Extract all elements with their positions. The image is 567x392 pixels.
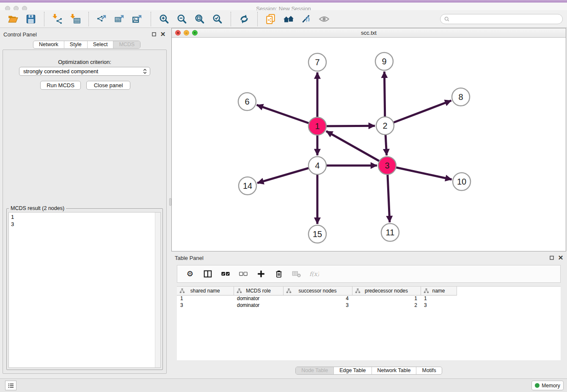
search-box[interactable]: [440, 14, 563, 24]
table-panel-header: Table Panel ✕: [175, 254, 564, 262]
column-header-shared-name[interactable]: shared name: [177, 287, 234, 295]
search-input[interactable]: [452, 16, 559, 22]
table-cell[interactable]: 1: [177, 295, 234, 302]
network-window: ✕ − + scc.txt 7968124314101511: [171, 28, 566, 251]
import-table-button[interactable]: [68, 12, 83, 26]
export-network-button[interactable]: [95, 12, 109, 26]
open-session-button[interactable]: [6, 12, 20, 26]
graph-edge-3-1[interactable]: [326, 131, 387, 166]
run-mcds-button[interactable]: Run MCDS: [40, 81, 81, 90]
export-image-button[interactable]: [130, 12, 145, 26]
graph-edge-2-8[interactable]: [385, 101, 451, 126]
save-session-button[interactable]: [24, 12, 38, 26]
delete-column-button[interactable]: [272, 267, 286, 281]
graph-node-10[interactable]: 10: [453, 173, 471, 190]
table-cell[interactable]: 3: [177, 302, 234, 309]
new-network-from-selection-button[interactable]: [264, 12, 278, 26]
graph-node-2[interactable]: 2: [376, 117, 394, 135]
graph-node-1[interactable]: 1: [308, 117, 326, 135]
visual-style-button[interactable]: [299, 12, 314, 26]
tab-mcds[interactable]: MCDS: [113, 41, 140, 48]
graph-node-11[interactable]: 11: [381, 224, 399, 241]
mcds-panel-body: Optimization criterion: strongly connect…: [3, 50, 167, 374]
column-header-predecessor-nodes[interactable]: predecessor nodes: [352, 287, 421, 295]
mcds-result-groupbox: MCDS result (2 nodes) 1 3: [6, 208, 163, 370]
table-cell[interactable]: 1: [352, 295, 421, 302]
network-canvas[interactable]: 7968124314101511: [172, 38, 566, 251]
zoom-in-icon: [159, 14, 170, 25]
table-cell[interactable]: 4: [283, 295, 352, 302]
delete-table-button: [290, 267, 303, 281]
mcds-result-title: MCDS result (2 nodes): [9, 205, 66, 211]
mcds-result-area[interactable]: 1 3: [8, 212, 161, 368]
import-network-button[interactable]: [50, 12, 65, 26]
close-panel-icon[interactable]: ✕: [160, 31, 166, 37]
first-neighbors-button[interactable]: [281, 12, 296, 26]
status-bar: Memory: [0, 378, 567, 392]
show-columns-button[interactable]: [201, 267, 215, 281]
float-panel-icon[interactable]: [151, 31, 157, 37]
graph-edge-1-6[interactable]: [257, 105, 317, 126]
search-icon: [444, 16, 450, 22]
first-neighbors-icon: [283, 14, 294, 25]
column-type-icon: [424, 288, 429, 293]
tab-style[interactable]: Style: [64, 41, 87, 48]
table-mode-button[interactable]: ⚙: [183, 267, 197, 281]
mcds-result-text: 1 3: [9, 213, 155, 367]
select-all-button[interactable]: [219, 267, 232, 281]
svg-text:2: 2: [383, 121, 387, 130]
zoom-out-button[interactable]: [175, 12, 189, 26]
table-cell[interactable]: dominator: [234, 302, 283, 309]
zoom-fit-button[interactable]: [193, 12, 207, 26]
column-type-icon: [286, 288, 292, 293]
float-table-panel-icon[interactable]: [549, 255, 555, 261]
add-column-button[interactable]: [254, 267, 268, 281]
graph-node-4[interactable]: 4: [308, 157, 326, 174]
column-header-successor-nodes[interactable]: successor nodes: [283, 287, 352, 295]
result-scrollbar[interactable]: [155, 213, 160, 367]
graph-edge-3-10[interactable]: [387, 166, 452, 179]
tab-edge-table[interactable]: Edge Table: [333, 367, 371, 374]
close-table-panel-icon[interactable]: ✕: [558, 255, 564, 261]
table-row[interactable]: 3dominator323: [177, 302, 457, 309]
table-cell[interactable]: 2: [352, 302, 421, 309]
close-panel-button[interactable]: Close panel: [86, 81, 130, 90]
graph-node-9[interactable]: 9: [375, 52, 393, 70]
tab-select[interactable]: Select: [87, 41, 113, 48]
column-type-icon: [237, 288, 242, 293]
column-header-MCDS-role[interactable]: MCDS role: [234, 287, 283, 295]
svg-text:f(x): f(x): [310, 271, 319, 277]
export-table-button[interactable]: [113, 12, 127, 26]
tab-network-table[interactable]: Network Table: [372, 367, 416, 374]
deselect-all-button[interactable]: [237, 267, 250, 281]
graph-node-8[interactable]: 8: [452, 88, 470, 106]
tab-node-table[interactable]: Node Table: [296, 367, 333, 374]
table-cell[interactable]: 3: [421, 302, 457, 309]
svg-text:4: 4: [315, 161, 319, 170]
network-window-title: scc.txt: [172, 30, 566, 36]
optimization-criterion-select[interactable]: strongly connected component: [19, 67, 150, 76]
toolbar-separator: [231, 12, 231, 26]
column-type-icon: [179, 288, 185, 293]
task-list-button[interactable]: [5, 381, 17, 390]
column-header-label: MCDS role: [246, 288, 271, 294]
graph-node-3[interactable]: 3: [378, 157, 396, 174]
apply-layout-button[interactable]: [237, 12, 251, 26]
tab-motifs[interactable]: Motifs: [416, 367, 441, 374]
column-header-name[interactable]: name: [421, 287, 457, 295]
zoom-in-button[interactable]: [157, 12, 171, 26]
table-cell[interactable]: 1: [421, 295, 457, 302]
export-image-icon: [132, 14, 143, 25]
zoom-selected-button[interactable]: [210, 12, 225, 26]
graph-node-6[interactable]: 6: [238, 93, 256, 110]
graph-node-15[interactable]: 15: [308, 225, 326, 243]
table-cell[interactable]: 3: [283, 302, 352, 309]
import-network-icon: [52, 14, 63, 25]
memory-button[interactable]: Memory: [531, 381, 564, 390]
tab-network[interactable]: Network: [33, 41, 64, 48]
table-cell[interactable]: dominator: [234, 295, 283, 302]
node-table: shared nameMCDS rolesuccessor nodesprede…: [177, 286, 561, 360]
graph-node-14[interactable]: 14: [239, 177, 256, 195]
graph-node-7[interactable]: 7: [308, 53, 326, 71]
table-row[interactable]: 1dominator411: [177, 295, 457, 302]
